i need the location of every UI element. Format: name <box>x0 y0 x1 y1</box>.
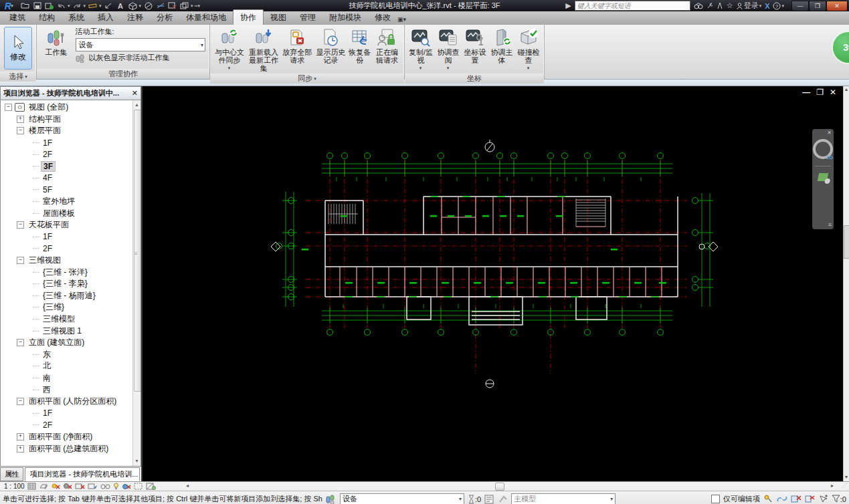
worksharing-display-icon[interactable] <box>122 483 131 490</box>
press-drag-icon[interactable] <box>763 495 773 503</box>
sync-with-central-button[interactable]: 与中心文件同步▾ <box>213 26 246 72</box>
tree-item[interactable]: 1F <box>2 137 132 149</box>
view-close-icon[interactable]: ✕ <box>830 88 836 97</box>
ribbon-tab[interactable]: 结构 <box>32 10 62 25</box>
tree-item-label[interactable]: 三维视图 1 <box>41 326 84 337</box>
tree-item[interactable]: +面积平面 (净面积) <box>2 431 132 443</box>
tree-item[interactable]: 2F <box>2 419 132 431</box>
reload-latest-button[interactable]: 重新载入最新工作集 <box>248 26 280 72</box>
tree-item[interactable]: 屋面楼板 <box>2 207 132 219</box>
tree-item-label[interactable]: 3F <box>41 161 56 172</box>
collapse-icon[interactable]: − <box>17 339 24 346</box>
tree-item[interactable]: 东 <box>2 348 132 360</box>
tree-item[interactable]: 4F <box>2 172 132 184</box>
restore-backup-button[interactable]: 恢复备份 <box>349 26 371 64</box>
3d-view-dropdown[interactable]: ▾ <box>139 3 142 9</box>
editing-requests-button[interactable]: 正在编辑请求 <box>373 26 401 64</box>
hscroll-right-icon[interactable]: ▸ <box>831 483 834 489</box>
text-icon[interactable]: A <box>116 1 126 11</box>
tree-item-label[interactable]: 1F <box>41 408 54 418</box>
subscription-center-icon[interactable] <box>706 2 713 9</box>
tree-item[interactable]: 南 <box>2 372 132 384</box>
tree-item-label[interactable]: 西 <box>41 384 53 396</box>
thin-lines-icon[interactable] <box>155 1 165 11</box>
tree-item[interactable]: 三维视图 1 <box>2 325 132 337</box>
temporary-view-properties-icon[interactable] <box>134 483 143 490</box>
undo-dropdown[interactable]: ▾ <box>68 3 70 9</box>
ribbon-tab[interactable]: 视图 <box>264 10 293 25</box>
measure-dropdown[interactable]: ▾ <box>99 3 102 9</box>
sun-path-icon[interactable] <box>51 483 60 490</box>
tree-item[interactable]: 2F <box>2 243 132 255</box>
tree-item[interactable]: {三维} <box>2 301 132 313</box>
analytical-model-icon[interactable] <box>146 483 156 490</box>
tree-item[interactable]: 三维模型 <box>2 313 132 326</box>
tree-item-label[interactable]: {三维} <box>41 301 66 313</box>
tree-item-label[interactable]: 2F <box>41 150 54 159</box>
undo-icon[interactable] <box>56 1 66 11</box>
favorites-star-icon[interactable]: ☆ <box>727 1 733 10</box>
panel-label-synchronize[interactable]: 同步▾ <box>210 74 404 84</box>
search-binoculars-icon[interactable] <box>694 3 703 9</box>
tree-item[interactable]: 5F <box>2 184 132 196</box>
tree-item-label[interactable]: {三维 - 杨雨迪} <box>41 290 98 301</box>
browser-scrollbar[interactable]: ▲ ≡ ▼ <box>132 100 140 466</box>
tree-item-label[interactable]: 面积平面 (人防分区面积) <box>27 396 118 407</box>
collapse-icon[interactable]: − <box>17 127 24 134</box>
hscroll-left-icon[interactable]: ◂ <box>186 483 189 489</box>
tree-item[interactable]: −O视图 (全部) <box>2 102 132 114</box>
expand-icon[interactable]: + <box>17 433 24 440</box>
customize-qat-dropdown[interactable]: ═▾ <box>195 3 200 9</box>
infocenter-collapse-icon[interactable]: ▶ <box>565 1 571 10</box>
copy-monitor-button[interactable]: 复制/监视▾ <box>407 26 434 72</box>
tree-item-label[interactable]: 面积平面 (总建筑面积) <box>27 443 110 455</box>
infocenter-search-input[interactable]: 键入关键字或短语 <box>575 1 690 11</box>
tree-item[interactable]: −三维视图 <box>2 255 132 267</box>
tree-item[interactable]: 室外地坪 <box>2 196 132 208</box>
expand-icon[interactable]: + <box>17 116 24 123</box>
navbar-menu-icon[interactable]: ≡ <box>828 221 834 229</box>
ribbon-tab[interactable]: 插入 <box>91 10 120 25</box>
tree-item-label[interactable]: 南 <box>41 372 53 384</box>
select-elements-icon[interactable] <box>819 495 828 503</box>
expand-icon[interactable]: + <box>17 445 24 453</box>
redo-icon[interactable] <box>72 1 82 11</box>
view-scale[interactable]: 1 : 100 <box>4 483 25 490</box>
editing-requests-status[interactable]: :0 <box>468 495 481 504</box>
edit-pinned-icon[interactable] <box>805 495 816 503</box>
help-icon[interactable]: ?▾ <box>773 2 784 10</box>
design-option-field[interactable]: 主模型▾ <box>511 493 616 504</box>
measure-icon[interactable] <box>88 1 98 11</box>
tree-item[interactable]: −面积平面 (人防分区面积) <box>2 396 132 408</box>
scroll-down-icon[interactable]: ▼ <box>133 457 140 465</box>
ribbon-tab[interactable]: 管理 <box>293 10 322 25</box>
project-browser-titlebar[interactable]: 项目浏览器 - 技师学院机电培训中... ✕ <box>0 86 141 100</box>
tree-item-label[interactable]: 1F <box>41 232 54 241</box>
tree-item-label[interactable]: 1F <box>41 138 54 148</box>
tree-item[interactable]: {三维 - 李枭} <box>2 278 132 290</box>
interference-check-button[interactable]: 碰撞检查▾ <box>516 26 541 72</box>
tree-item[interactable]: 北 <box>2 360 132 372</box>
tree-item-label[interactable]: 结构平面 <box>27 114 63 125</box>
redo-dropdown[interactable]: ▾ <box>84 3 86 9</box>
tree-item[interactable]: −立面 (建筑立面) <box>2 337 132 349</box>
collapse-icon[interactable]: − <box>5 104 12 111</box>
worksets-button[interactable]: 工作集 <box>39 26 73 56</box>
tab-project-browser[interactable]: 项目浏览器 - 技师学院机电培训... <box>25 467 140 481</box>
tree-item-label[interactable]: 2F <box>41 244 54 253</box>
tree-item[interactable]: {三维 - 杨雨迪} <box>2 290 132 302</box>
ribbon-tab[interactable]: 协作 <box>233 9 264 25</box>
coordination-settings-button[interactable]: 坐标设置 <box>462 26 488 64</box>
tree-item-label[interactable]: 天花板平面 <box>27 219 71 231</box>
collapse-icon[interactable]: − <box>17 398 24 405</box>
crop-view-icon[interactable] <box>75 483 85 490</box>
close-hidden-windows-icon[interactable] <box>167 1 177 11</box>
tab-properties[interactable]: 属性 <box>0 467 23 481</box>
communication-center-icon[interactable] <box>717 2 723 9</box>
ribbon-tab[interactable]: 建筑 <box>3 10 32 25</box>
panel-label-select[interactable]: 选择▾ <box>0 72 36 82</box>
tree-item[interactable]: +面积平面 (总建筑面积) <box>2 443 132 455</box>
project-browser-close-icon[interactable]: ✕ <box>132 89 138 98</box>
coordination-host-button[interactable]: 协调主体 <box>489 26 514 64</box>
collapse-icon[interactable]: − <box>17 257 24 264</box>
